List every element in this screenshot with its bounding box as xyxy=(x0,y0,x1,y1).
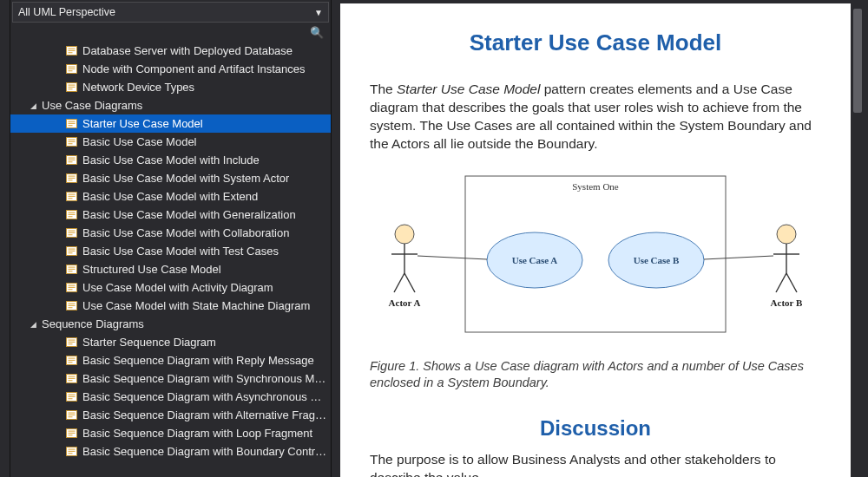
svg-rect-66 xyxy=(69,378,76,379)
svg-line-101 xyxy=(786,273,797,292)
svg-rect-26 xyxy=(69,178,76,179)
svg-line-94 xyxy=(404,273,415,292)
search-icon[interactable]: 🔍 xyxy=(310,26,324,39)
pattern-tree[interactable]: Database Server with Deployed DatabaseNo… xyxy=(10,42,331,477)
svg-rect-59 xyxy=(69,343,73,344)
tree-item[interactable]: Structured Use Case Model xyxy=(10,260,331,278)
tree-item[interactable]: Basic Sequence Diagram with Synchronous … xyxy=(10,369,331,388)
svg-rect-63 xyxy=(69,362,73,363)
tree-item-label: Basic Sequence Diagram with Boundary Con… xyxy=(82,445,331,458)
svg-rect-13 xyxy=(69,121,76,122)
tree-item[interactable]: Basic Use Case Model with Test Cases xyxy=(10,242,331,260)
pattern-icon xyxy=(66,300,77,311)
svg-rect-41 xyxy=(69,249,76,250)
svg-rect-62 xyxy=(69,360,76,361)
tree-item[interactable]: Use Case Model with State Machine Diagra… xyxy=(10,297,331,315)
svg-text:Use Case A: Use Case A xyxy=(512,255,558,265)
tree-item[interactable]: Starter Sequence Diagram xyxy=(10,333,331,351)
tree-item[interactable]: Basic Use Case Model with Generalization xyxy=(10,206,331,224)
svg-rect-11 xyxy=(69,88,73,89)
tree-group[interactable]: ◢Sequence Diagrams xyxy=(10,315,331,333)
doc-title: Starter Use Case Model xyxy=(370,28,821,58)
svg-rect-77 xyxy=(69,431,76,432)
svg-rect-23 xyxy=(69,161,73,162)
svg-rect-57 xyxy=(69,340,76,341)
discussion-heading: Discussion xyxy=(370,415,821,442)
expander-icon[interactable]: ◢ xyxy=(28,101,38,110)
usecase-diagram: System One Use Case A Use Case B Actor A xyxy=(370,169,821,351)
svg-rect-22 xyxy=(69,160,76,160)
pattern-icon xyxy=(66,428,77,439)
tree-item-label: Basic Use Case Model with Include xyxy=(82,154,260,167)
pattern-icon xyxy=(66,209,77,220)
tree-item[interactable]: Basic Sequence Diagram with Alternative … xyxy=(10,406,331,424)
figure-caption: Figure 1. Shows a Use Case diagram with … xyxy=(370,358,821,392)
tree-item-label: Basic Use Case Model with Test Cases xyxy=(82,245,279,258)
svg-rect-18 xyxy=(69,141,76,142)
expander-icon[interactable]: ◢ xyxy=(28,320,38,329)
svg-rect-73 xyxy=(69,413,76,414)
svg-rect-47 xyxy=(69,271,73,271)
svg-rect-38 xyxy=(69,232,76,233)
tree-item-label: Starter Sequence Diagram xyxy=(82,336,216,349)
tree-item[interactable]: Node with Component and Artifact Instanc… xyxy=(10,60,331,78)
tree-item[interactable]: Basic Use Case Model with Include xyxy=(10,151,331,169)
svg-rect-3 xyxy=(69,52,73,53)
tree-item[interactable]: Basic Use Case Model with Collaboration xyxy=(10,224,331,242)
svg-rect-50 xyxy=(69,287,76,288)
svg-rect-65 xyxy=(69,376,76,377)
tree-item-label: Basic Sequence Diagram with Reply Messag… xyxy=(82,354,314,367)
tree-item-label: Database Server with Deployed Database xyxy=(82,44,293,57)
pattern-icon xyxy=(66,409,77,421)
svg-rect-27 xyxy=(69,180,73,180)
svg-rect-17 xyxy=(69,140,76,140)
tree-item[interactable]: Basic Sequence Diagram with Asynchronous… xyxy=(10,388,331,406)
pattern-icon xyxy=(66,118,77,129)
tree-item-label: Structured Use Case Model xyxy=(82,263,221,276)
tree-item[interactable]: Use Case Model with Activity Diagram xyxy=(10,278,331,297)
pattern-icon xyxy=(66,154,77,166)
tree-item-label: Use Case Model with State Machine Diagra… xyxy=(82,299,310,312)
tree-item[interactable]: Basic Sequence Diagram with Reply Messag… xyxy=(10,351,331,369)
svg-rect-10 xyxy=(69,87,76,88)
svg-rect-69 xyxy=(69,395,76,395)
svg-rect-83 xyxy=(69,453,73,454)
tree-item[interactable]: Network Device Types xyxy=(10,78,331,96)
svg-rect-58 xyxy=(69,342,76,343)
tree-group[interactable]: ◢Use Case Diagrams xyxy=(10,96,331,114)
svg-rect-19 xyxy=(69,143,73,144)
svg-rect-53 xyxy=(69,304,76,304)
svg-rect-9 xyxy=(69,85,76,86)
svg-rect-21 xyxy=(69,158,76,159)
svg-rect-81 xyxy=(69,449,76,450)
discussion-body: The purpose is to allow Business Analyst… xyxy=(370,451,821,477)
svg-rect-2 xyxy=(69,50,76,51)
tree-item[interactable]: Basic Use Case Model with System Actor xyxy=(10,169,331,187)
svg-point-90 xyxy=(395,225,414,244)
doc-scrollbar[interactable] xyxy=(851,3,865,477)
tree-group-label: Use Case Diagrams xyxy=(42,99,142,112)
perspective-dropdown[interactable]: All UML Perspective ▼ xyxy=(12,2,329,23)
tree-item-label: Node with Component and Artifact Instanc… xyxy=(82,62,306,75)
tree-item-label: Basic Use Case Model with Extend xyxy=(82,190,258,203)
tree-item[interactable]: Starter Use Case Model xyxy=(10,114,331,133)
tree-item[interactable]: Basic Sequence Diagram with Boundary Con… xyxy=(10,442,331,461)
tree-item[interactable]: Basic Use Case Model with Extend xyxy=(10,187,331,206)
pattern-icon xyxy=(66,245,77,257)
svg-rect-71 xyxy=(69,398,73,399)
svg-rect-42 xyxy=(69,251,76,252)
tree-item[interactable]: Database Server with Deployed Database xyxy=(10,42,331,60)
pattern-icon xyxy=(66,191,77,202)
tree-item-label: Basic Use Case Model with System Actor xyxy=(82,172,289,185)
left-gutter xyxy=(0,0,10,477)
scrollbar-thumb[interactable] xyxy=(853,9,862,113)
svg-rect-67 xyxy=(69,380,73,381)
svg-rect-35 xyxy=(69,216,73,217)
svg-rect-55 xyxy=(69,307,73,308)
tree-item-label: Basic Sequence Diagram with Loop Fragmen… xyxy=(82,427,312,440)
svg-point-97 xyxy=(777,225,796,244)
tree-item[interactable]: Basic Use Case Model xyxy=(10,133,331,151)
svg-rect-5 xyxy=(69,67,76,68)
search-row: 🔍 xyxy=(10,23,331,42)
tree-item[interactable]: Basic Sequence Diagram with Loop Fragmen… xyxy=(10,424,331,442)
